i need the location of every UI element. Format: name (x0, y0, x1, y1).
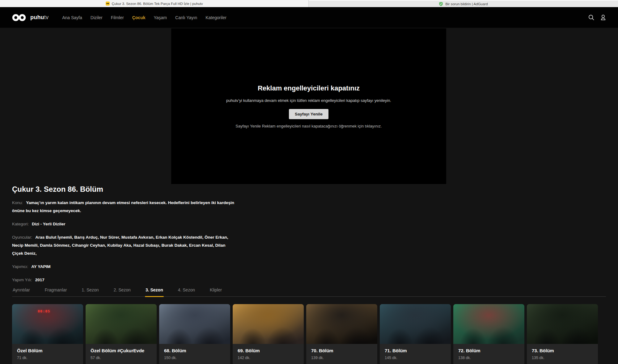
tab-fragmanlar[interactable]: Fragmanlar (44, 287, 68, 296)
episode-title: 68. Bölüm (164, 348, 225, 353)
episode-duration: 139 dk. (311, 356, 372, 360)
episode-thumbnail (233, 304, 304, 344)
detail-field-kategori: Kategori:Dizi - Yerli Diziler (12, 220, 238, 228)
nav-item-diziler[interactable]: Diziler (91, 15, 103, 20)
field-label: Yapım Yılı: (12, 278, 32, 282)
detail-field-konu: Konu:Yamaç’ın yarım kalan intikam planın… (12, 199, 238, 215)
logo-wordmark: puhutv (30, 14, 49, 21)
episode-title: 69. Bölüm (238, 348, 299, 353)
browser-tab-right[interactable]: Bir sorun bildirin | AdGuard (309, 0, 618, 7)
detail-field-yapimci: Yapımcı:AY YAPIM (12, 263, 238, 271)
episode-thumbnail (380, 304, 451, 344)
led-clock-text: 00:05 (38, 309, 50, 313)
browser-tab-title: Çukur 3. Sezon 86. Bölüm Tek Parça Full … (112, 2, 203, 6)
episode-thumbnail (159, 304, 230, 344)
episode-card[interactable]: 69. Bölüm 142 dk. (233, 304, 304, 364)
episode-duration: 145 dk. (385, 356, 446, 360)
field-label: Yapımcı: (12, 264, 28, 269)
field-label: Konu: (12, 200, 23, 205)
adblock-heading: Reklam engelleyicileri kapatınız (258, 84, 360, 92)
tab-1-sezon[interactable]: 1. Sezon (81, 287, 99, 296)
episode-card[interactable]: 70. Bölüm 139 dk. (306, 304, 377, 364)
episode-title: 70. Bölüm (311, 348, 372, 353)
episode-title: 71. Bölüm (385, 348, 446, 353)
field-value: Yamaç’ın yarım kalan intikam planının de… (12, 200, 234, 213)
episode-duration: 150 dk. (164, 356, 225, 360)
episode-duration: 57 dk. (91, 356, 152, 360)
episode-thumbnail: 00:05 (12, 304, 83, 344)
season-tabs: AyrıntılarFragmanlar1. Sezon2. Sezon3. S… (12, 287, 606, 297)
field-value: Dizi - Yerli Diziler (32, 222, 66, 226)
profile-icon[interactable] (600, 14, 606, 21)
adguard-report-title: Bir sorun bildirin | AdGuard (445, 2, 488, 6)
episode-thumbnail (527, 304, 598, 344)
adblock-subtitle: puhutv’yi kullanmaya devam etmek için lü… (226, 98, 391, 103)
episode-card[interactable]: 00:05 Özel Bölüm 71 dk. (12, 304, 83, 364)
page-title: Çukur 3. Sezon 86. Bölüm (12, 185, 238, 194)
nav-item-cocuk[interactable]: Çocuk (132, 15, 146, 20)
nav-item-ana-sayfa[interactable]: Ana Sayfa (62, 15, 82, 20)
episode-card[interactable]: 68. Bölüm 150 dk. (159, 304, 230, 364)
field-label: Oyuncular: (12, 235, 32, 240)
episode-duration: 135 dk. (532, 356, 593, 360)
search-icon[interactable] (588, 14, 595, 21)
browser-tab-left[interactable]: Çukur 3. Sezon 86. Bölüm Tek Parça Full … (0, 0, 309, 7)
nav-item-canli-yayin[interactable]: Canlı Yayın (175, 15, 197, 20)
adblock-help-link[interactable]: Sayfayı Yenile Reklam engelleyicileri na… (235, 124, 382, 128)
tab-klipler[interactable]: Klipler (209, 287, 222, 296)
main-nav: puhutv Ana SayfaDizilerFilmlerÇocukYaşam… (0, 7, 618, 28)
video-player: Reklam engelleyicileri kapatınız puhutv’… (171, 28, 446, 184)
nav-item-filmler[interactable]: Filmler (111, 15, 124, 20)
puhutv-logo[interactable]: puhutv (12, 14, 49, 21)
tab-4-sezon[interactable]: 4. Sezon (177, 287, 196, 296)
episode-title: Özel Bölüm #ÇukurEvde (91, 348, 152, 353)
episode-details: Çukur 3. Sezon 86. Bölüm Konu:Yamaç’ın y… (12, 185, 238, 284)
tab-3-sezon[interactable]: 3. Sezon (145, 287, 164, 296)
reload-page-button[interactable]: Sayfayı Yenile (289, 109, 328, 119)
episode-duration: 142 dk. (238, 356, 299, 360)
episode-title: 73. Bölüm (532, 348, 593, 353)
puhutv-page: Çukur 3. Sezon 86. Bölüm Tek Parça Full … (0, 0, 618, 364)
episode-card[interactable]: Özel Bölüm #ÇukurEvde 57 dk. (86, 304, 157, 364)
puhutv-rings-icon (12, 14, 28, 21)
episode-title: 72. Bölüm (458, 348, 519, 353)
tab-2-sezon[interactable]: 2. Sezon (113, 287, 131, 296)
field-value: Aras Bulut İynemli, Barış Arduç, Nur Sür… (12, 235, 228, 256)
episode-card[interactable]: 73. Bölüm 135 dk. (527, 304, 598, 364)
episode-card-rail: 00:05 Özel Bölüm 71 dk. Özel Bölüm #Çuku… (12, 304, 598, 364)
browser-title-bar: Çukur 3. Sezon 86. Bölüm Tek Parça Full … (0, 0, 618, 7)
episode-title: Özel Bölüm (17, 348, 78, 353)
episode-thumbnail (86, 304, 157, 344)
tab-ayrintilar[interactable]: Ayrıntılar (12, 287, 31, 296)
nav-icons (588, 14, 606, 21)
nav-item-kategoriler[interactable]: Kategoriler (205, 15, 226, 20)
detail-field-oyuncular: Oyuncular:Aras Bulut İynemli, Barış Ardu… (12, 233, 238, 257)
episode-card[interactable]: 71. Bölüm 145 dk. (380, 304, 451, 364)
nav-menu: Ana SayfaDizilerFilmlerÇocukYaşamCanlı Y… (62, 15, 226, 20)
episode-card[interactable]: 72. Bölüm 138 dk. (453, 304, 524, 364)
nav-item-yasam[interactable]: Yaşam (154, 15, 167, 20)
field-label: Kategori: (12, 222, 29, 226)
episode-duration: 71 dk. (17, 356, 78, 360)
detail-field-yapim-yili: Yapım Yılı:2017 (12, 276, 238, 284)
episode-thumbnail (453, 304, 524, 344)
puhutv-favicon-icon (106, 2, 110, 6)
episode-thumbnail (306, 304, 377, 344)
adguard-shield-icon (439, 2, 443, 6)
field-value: 2017 (35, 278, 44, 282)
field-value: AY YAPIM (31, 264, 50, 269)
adblock-overlay: Reklam engelleyicileri kapatınız puhutv’… (171, 28, 446, 184)
episode-duration: 138 dk. (458, 356, 519, 360)
